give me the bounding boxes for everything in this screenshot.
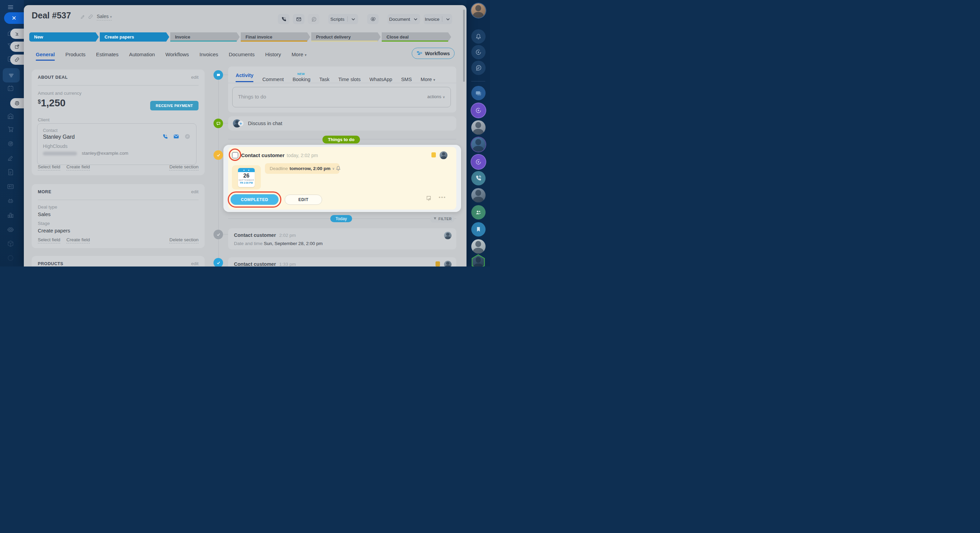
tab-task[interactable]: Task — [320, 77, 329, 82]
tab-products[interactable]: Products — [65, 51, 86, 60]
chat-button[interactable] — [308, 14, 320, 24]
create-field-link[interactable]: Create field — [67, 237, 90, 243]
task-checkbox[interactable] — [232, 152, 239, 158]
tab-documents[interactable]: Documents — [229, 51, 255, 60]
todo-input[interactable]: Things to do actions ∨ — [232, 87, 451, 107]
sidebar-item-calendar[interactable] — [7, 85, 15, 93]
delete-section-link[interactable]: Delete section — [169, 237, 199, 243]
chat-sync-button[interactable] — [471, 61, 485, 75]
sidebar-item-sign[interactable] — [7, 154, 15, 162]
note-icon[interactable] — [426, 195, 432, 201]
document-button[interactable]: Document — [388, 14, 420, 24]
stage-close-deal[interactable]: Close deal — [382, 32, 451, 41]
sidebar-item-bot[interactable] — [7, 197, 15, 205]
tab-workflows[interactable]: Workflows — [165, 51, 189, 60]
discuss-in-chat-row[interactable]: + Discuss in chat — [228, 116, 456, 131]
invoice-button[interactable]: Invoice — [423, 14, 452, 24]
activity-entry[interactable]: Contact customer 2:02 pm Date and time S… — [228, 228, 456, 249]
sidebar-item-contacts[interactable] — [7, 183, 15, 191]
edit-task-button[interactable]: EDIT — [285, 195, 322, 205]
tab-booking[interactable]: NEWBooking — [293, 77, 310, 82]
stage-final-invoice[interactable]: Final invoice — [241, 32, 310, 41]
ai-assistant-button[interactable] — [471, 45, 485, 59]
close-panel-button[interactable]: ✕ — [4, 12, 24, 24]
menu-icon[interactable] — [7, 3, 15, 11]
create-field-link[interactable]: Create field — [67, 164, 90, 171]
more-options-icon[interactable]: ••• — [439, 194, 446, 200]
pipeline-selector[interactable]: Sales ▾ — [97, 14, 112, 21]
tab-activity[interactable]: Activity — [235, 73, 253, 82]
print-button[interactable] — [10, 98, 24, 109]
teammate-avatar-hex[interactable] — [471, 254, 486, 266]
stage-create-papers[interactable]: Create papers — [100, 32, 169, 41]
sidebar-item-archive[interactable] — [7, 112, 15, 121]
task-title[interactable]: Contact customer — [241, 152, 285, 158]
edit-section-link[interactable]: edit — [191, 75, 199, 80]
edit-section-link[interactable]: edit — [191, 261, 199, 266]
contact-company[interactable]: HighClouds — [43, 144, 67, 149]
contact-email[interactable]: stanley@example.com — [82, 151, 128, 156]
tab-history[interactable]: History — [265, 51, 281, 60]
contact-name[interactable]: Stanley Gard — [43, 134, 75, 140]
select-field-link[interactable]: Select field — [38, 164, 60, 171]
open-new-window-button[interactable] — [10, 41, 24, 52]
sidebar-item-crm-active[interactable] — [3, 68, 20, 83]
stage-invoice[interactable]: Invoice — [170, 32, 240, 41]
ai-sparkle-button[interactable] — [471, 103, 485, 118]
settings-button[interactable] — [367, 14, 379, 24]
notifications-button[interactable] — [471, 29, 485, 44]
filter-button[interactable]: FILTER — [430, 215, 454, 223]
sidebar-item-documents[interactable] — [7, 168, 15, 177]
teammate-avatar[interactable] — [471, 239, 485, 254]
scrollbar[interactable] — [463, 10, 465, 82]
tab-general[interactable]: General — [36, 51, 55, 60]
tab-estimates[interactable]: Estimates — [96, 51, 118, 60]
calls-button[interactable] — [471, 171, 485, 185]
tab-sms[interactable]: SMS — [401, 77, 412, 82]
link-icon[interactable] — [88, 14, 93, 19]
bookmarks-button[interactable] — [471, 222, 485, 236]
user-avatar[interactable] — [471, 3, 485, 18]
completed-button[interactable]: COMPLETED — [231, 194, 278, 205]
chat-icon[interactable] — [184, 133, 191, 140]
sidebar-item-media[interactable] — [7, 226, 15, 234]
tab-more[interactable]: More ▾ — [291, 51, 307, 60]
teammate-avatar[interactable] — [471, 137, 485, 152]
tab-whatsapp[interactable]: WhatsApp — [369, 77, 392, 82]
select-field-link[interactable]: Select field — [38, 237, 60, 243]
tab-invoices[interactable]: Invoices — [200, 51, 218, 60]
sidebar-item-more[interactable] — [7, 254, 15, 262]
ai-sparkle-button[interactable] — [471, 155, 485, 169]
scripts-button[interactable]: Scripts — [328, 14, 358, 24]
sidebar-item-reports[interactable] — [7, 211, 15, 219]
actions-dropdown[interactable]: actions ∨ — [427, 94, 445, 99]
delete-section-link[interactable]: Delete section — [169, 164, 199, 171]
email-button[interactable] — [293, 14, 304, 24]
add-participant-icon[interactable]: + — [238, 121, 243, 126]
contact-card-button[interactable] — [471, 86, 485, 100]
copy-link-button[interactable] — [10, 54, 24, 65]
tab-feed-more[interactable]: More ▾ — [420, 77, 435, 82]
sidebar-item-goals[interactable] — [7, 140, 15, 148]
collapse-panel-button[interactable] — [10, 29, 24, 39]
edit-section-link[interactable]: edit — [191, 189, 199, 194]
reminder-bell-icon[interactable] — [336, 165, 341, 171]
sidebar-item-products[interactable] — [7, 240, 15, 248]
phone-icon[interactable] — [162, 134, 168, 140]
sidebar-item-cart[interactable] — [7, 125, 15, 134]
teammate-avatar[interactable] — [471, 188, 485, 203]
activity-entry[interactable]: Contact customer 1:33 pm — [228, 257, 456, 266]
workflows-button[interactable]: Workflows — [412, 48, 455, 59]
stage-new[interactable]: New — [29, 32, 99, 41]
tab-automation[interactable]: Automation — [129, 51, 155, 60]
assignee-avatar[interactable] — [440, 151, 447, 159]
receive-payment-button[interactable]: RECEIVE PAYMENT — [150, 101, 199, 110]
team-button[interactable] — [471, 205, 485, 219]
call-button[interactable] — [278, 14, 290, 24]
tab-comment[interactable]: Comment — [262, 77, 284, 82]
deadline-dropdown[interactable]: Deadline tomorrow, 2:00 pm ∨ — [265, 163, 339, 174]
stage-product-delivery[interactable]: Product delivery — [311, 32, 381, 41]
teammate-avatar[interactable] — [471, 120, 485, 135]
mail-icon[interactable] — [173, 133, 180, 140]
edit-title-icon[interactable] — [80, 14, 86, 19]
